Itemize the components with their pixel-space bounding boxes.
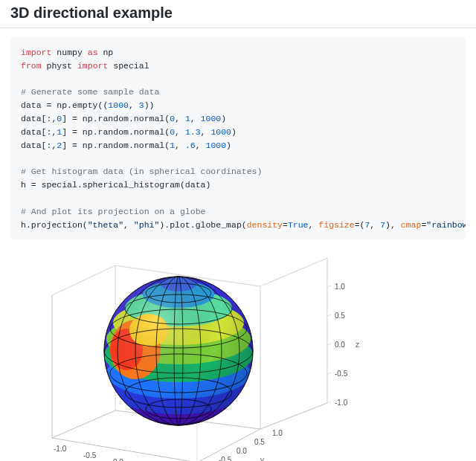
sphere <box>104 277 253 425</box>
plot-globe-map: 1.0 0.5 0.0 -0.5 -1.0 z -1.0 -0.5 0.0 0.… <box>0 251 476 461</box>
svg-text:0.0: 0.0 <box>113 458 123 461</box>
svg-text:0.5: 0.5 <box>335 312 345 320</box>
svg-point-34 <box>104 277 253 425</box>
kw-import: import <box>21 48 51 57</box>
svg-text:0.5: 0.5 <box>254 438 265 446</box>
svg-text:-1.0: -1.0 <box>54 445 67 453</box>
svg-line-4 <box>327 286 332 287</box>
z-axis-label: z <box>356 341 359 349</box>
svg-text:0.0: 0.0 <box>335 341 345 349</box>
svg-line-1 <box>327 373 332 374</box>
x-tick-labels: -1.0 -0.5 0.0 0.5 1.0 x <box>54 445 183 461</box>
svg-line-2 <box>327 344 332 345</box>
svg-line-3 <box>327 315 332 316</box>
svg-text:0.0: 0.0 <box>237 447 247 455</box>
svg-text:1.0: 1.0 <box>335 283 345 291</box>
svg-text:1.0: 1.0 <box>272 429 283 437</box>
section-heading: 3D directional example <box>0 0 476 28</box>
comment: # Generate some sample data <box>21 87 159 97</box>
svg-text:-0.5: -0.5 <box>219 456 232 461</box>
z-ticks <box>327 286 332 403</box>
code-block: import numpy as np from physt import spe… <box>10 37 466 240</box>
svg-text:-0.5: -0.5 <box>83 451 97 460</box>
svg-line-0 <box>327 402 332 403</box>
z-tick-labels: 1.0 0.5 0.0 -0.5 -1.0 z <box>335 283 359 407</box>
svg-text:-1.0: -1.0 <box>335 399 348 407</box>
y-tick-labels: -1.0 -0.5 0.0 0.5 1.0 y <box>201 429 283 461</box>
plot-svg: 1.0 0.5 0.0 -0.5 -1.0 z -1.0 -0.5 0.0 0.… <box>37 243 402 461</box>
y-axis-label: y <box>260 456 264 461</box>
svg-text:-0.5: -0.5 <box>335 370 348 378</box>
